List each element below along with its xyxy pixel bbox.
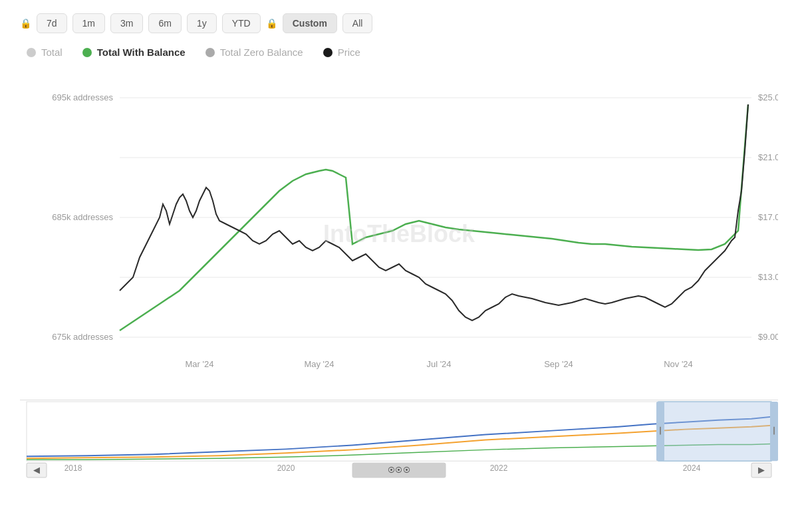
legend-label-twb: Total With Balance	[97, 47, 186, 58]
svg-text:May '24: May '24	[304, 359, 334, 369]
legend-label-price: Price	[338, 47, 360, 58]
filter-1m[interactable]: 1m	[72, 13, 105, 33]
navigator[interactable]: 2018 2020 2022 2024 ◀ ⦿⦿⦿ ▶	[20, 400, 778, 479]
legend-total[interactable]: Total	[27, 47, 63, 58]
svg-text:◀: ◀	[33, 465, 40, 475]
legend-label-total: Total	[41, 47, 63, 58]
svg-text:▶: ▶	[758, 465, 765, 475]
main-chart-svg: 695k addresses 685k addresses 675k addre…	[20, 71, 778, 397]
filter-6m[interactable]: 6m	[148, 13, 181, 33]
svg-text:Jul '24: Jul '24	[426, 359, 451, 369]
legend-label-tzb: Total Zero Balance	[220, 47, 303, 58]
time-filter-bar: 🔒 7d 1m 3m 6m 1y YTD 🔒 Custom All	[20, 13, 778, 33]
filter-custom[interactable]: Custom	[283, 13, 337, 33]
svg-text:695k addresses: 695k addresses	[52, 92, 113, 102]
filter-ytd[interactable]: YTD	[222, 13, 261, 33]
svg-text:$9.00: $9.00	[758, 332, 778, 342]
filter-all[interactable]: All	[342, 13, 373, 33]
lock-icon-custom: 🔒	[266, 18, 277, 29]
legend-total-zero-balance[interactable]: Total Zero Balance	[205, 47, 303, 58]
filter-1y[interactable]: 1y	[187, 13, 217, 33]
legend-total-with-balance[interactable]: Total With Balance	[82, 47, 186, 58]
svg-text:$25.00: $25.00	[758, 92, 778, 102]
svg-text:2018: 2018	[65, 464, 82, 473]
filter-7d[interactable]: 7d	[37, 13, 67, 33]
main-chart: IntoTheBlock 695k addresses 685k address…	[20, 71, 778, 397]
svg-text:Nov '24: Nov '24	[664, 359, 693, 369]
svg-text:2024: 2024	[683, 464, 701, 473]
svg-text:685k addresses: 685k addresses	[52, 212, 113, 222]
price-line	[120, 104, 748, 321]
svg-text:$21.00: $21.00	[758, 152, 778, 162]
svg-text:2020: 2020	[277, 464, 295, 473]
svg-text:Sep '24: Sep '24	[544, 359, 573, 369]
legend-dot-tzb	[205, 48, 215, 57]
svg-text:$13.00: $13.00	[758, 272, 778, 282]
main-container: 🔒 7d 1m 3m 6m 1y YTD 🔒 Custom All Total …	[0, 0, 798, 532]
svg-text:2022: 2022	[490, 464, 508, 473]
svg-text:675k addresses: 675k addresses	[52, 332, 113, 342]
svg-text:$17.00: $17.00	[758, 212, 778, 222]
svg-rect-19	[658, 402, 771, 461]
lock-icon-left: 🔒	[20, 18, 31, 29]
filter-3m[interactable]: 3m	[110, 13, 143, 33]
legend-dot-twb	[82, 48, 92, 57]
navigator-svg: 2018 2020 2022 2024 ◀ ⦿⦿⦿ ▶	[20, 400, 778, 479]
legend-dot-price	[323, 48, 332, 57]
legend-price[interactable]: Price	[323, 47, 360, 58]
svg-text:⦿⦿⦿: ⦿⦿⦿	[388, 466, 410, 474]
legend-dot-total	[27, 48, 36, 57]
svg-text:Mar '24: Mar '24	[186, 359, 214, 369]
legend: Total Total With Balance Total Zero Bala…	[20, 47, 778, 58]
